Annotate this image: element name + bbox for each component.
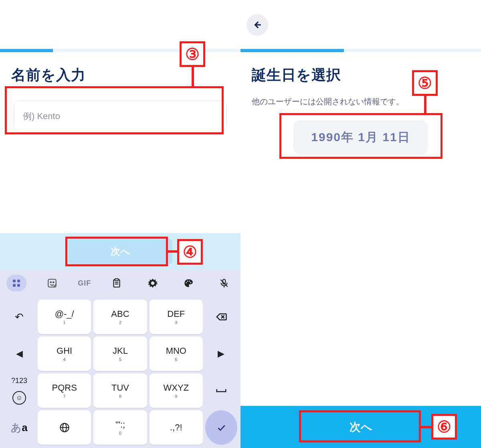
- svg-point-14: [190, 282, 191, 284]
- progress-bar: [0, 49, 240, 52]
- progress-fill: [0, 49, 53, 52]
- key-enter[interactable]: [205, 410, 237, 445]
- next-bar: 次へ: [240, 406, 481, 448]
- key-globe[interactable]: [38, 410, 91, 445]
- annotation-label-5: ⑤: [412, 70, 438, 96]
- key-1[interactable]: @-_/1: [38, 300, 91, 334]
- keyboard: GIF ↶ @-_/1 ABC2 DEF3 ◀: [0, 270, 240, 448]
- keyboard-grid: ↶ @-_/1 ABC2 DEF3 ◀ GHI4 JKL5 MNO6 ▶ ?12…: [0, 296, 240, 448]
- symbols-label: ?123: [11, 377, 27, 385]
- date-selector[interactable]: 1990年 1月 11日: [293, 120, 428, 154]
- key-4[interactable]: GHI4: [38, 337, 91, 371]
- progress-fill: [240, 49, 344, 52]
- key-undo[interactable]: ↶: [3, 300, 35, 334]
- name-input-container[interactable]: [14, 100, 227, 132]
- svg-rect-3: [17, 284, 20, 287]
- clipboard-icon[interactable]: [107, 275, 127, 292]
- settings-icon[interactable]: [143, 275, 163, 292]
- key-6[interactable]: MNO6: [150, 337, 203, 371]
- key-left-arrow[interactable]: ◀: [3, 337, 35, 371]
- key-lang-switch[interactable]: あa: [3, 410, 35, 445]
- key-0[interactable]: '":;0: [93, 410, 147, 445]
- svg-rect-0: [13, 280, 16, 282]
- svg-point-6: [53, 282, 54, 283]
- mic-off-icon[interactable]: [214, 275, 234, 292]
- back-button[interactable]: [247, 14, 268, 36]
- key-8[interactable]: TUV8: [93, 373, 147, 408]
- svg-rect-1: [17, 280, 20, 282]
- progress-bar: [240, 49, 481, 52]
- annotation-connector-3: [192, 67, 194, 88]
- svg-point-5: [51, 282, 52, 283]
- key-7[interactable]: PQRS7: [38, 373, 91, 408]
- key-space[interactable]: [205, 373, 237, 408]
- key-5[interactable]: JKL5: [93, 337, 147, 371]
- svg-point-13: [189, 281, 190, 282]
- gif-icon[interactable]: GIF: [78, 279, 91, 288]
- keyboard-toolbar: GIF: [0, 270, 240, 296]
- annotation-connector-5: [424, 95, 426, 115]
- name-input[interactable]: [23, 111, 218, 122]
- svg-point-11: [186, 282, 187, 284]
- apps-icon[interactable]: [6, 275, 26, 292]
- emoji-icon: ☺: [12, 391, 26, 405]
- key-9[interactable]: WXYZ9: [150, 373, 203, 408]
- next-button[interactable]: 次へ: [301, 413, 421, 441]
- palette-icon[interactable]: [178, 275, 198, 292]
- key-backspace[interactable]: [205, 300, 237, 334]
- next-button[interactable]: 次へ: [68, 239, 172, 264]
- page-title: 名前を入力: [11, 65, 86, 85]
- svg-rect-2: [13, 284, 16, 287]
- sticker-icon[interactable]: [42, 275, 62, 292]
- key-2[interactable]: ABC2: [93, 300, 147, 334]
- key-mode-symbol-emoji[interactable]: ?123 ☺: [3, 373, 35, 408]
- screen-name-entry: 名前を入力 次へ GIF: [0, 0, 240, 448]
- page-title: 誕生日を選択: [252, 65, 341, 85]
- next-bar: 次へ: [0, 233, 240, 270]
- key-3[interactable]: DEF3: [150, 300, 203, 334]
- screen-birthday: 誕生日を選択 他のユーザーには公開されない情報です。 1990年 1月 11日 …: [240, 0, 481, 448]
- svg-point-12: [187, 281, 188, 282]
- key-punct[interactable]: .,?!: [150, 410, 203, 445]
- annotation-label-3: ③: [180, 41, 205, 67]
- page-subtitle: 他のユーザーには公開されない情報です。: [252, 96, 404, 107]
- svg-rect-8: [115, 279, 119, 280]
- key-right-arrow[interactable]: ▶: [205, 337, 237, 371]
